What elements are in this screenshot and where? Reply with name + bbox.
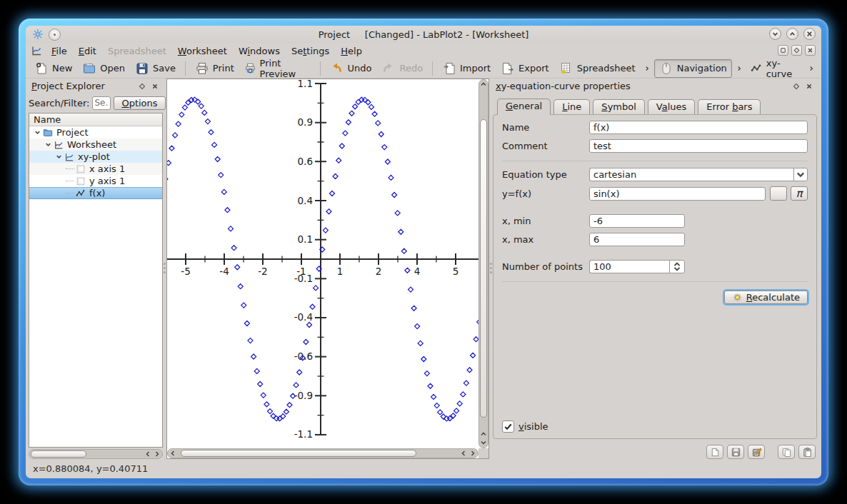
equation-type-dropdown[interactable] [589,168,808,181]
comment-field[interactable] [589,139,808,153]
expander-chevron-icon[interactable] [34,128,41,136]
menu-items: FileEditSpreadsheetWorksheetWindowsSetti… [46,45,368,57]
worksheet-vscrollbar[interactable] [478,79,488,448]
mdi-close-button[interactable] [805,45,816,56]
scrollbar-thumb[interactable] [480,119,487,418]
xmax-field[interactable] [589,233,685,246]
scroll-left-arrow-2[interactable] [459,449,468,458]
open-button[interactable]: Open [78,60,129,77]
npoints-stepper[interactable] [589,260,685,273]
toolbar-separator [432,61,433,76]
expander-chevron-icon[interactable] [44,141,52,148]
menu-help[interactable]: Help [335,45,368,57]
maximize-button[interactable] [786,28,798,40]
print-button[interactable]: Print [191,60,239,77]
recalculate-button[interactable]: Recalculate [724,291,808,304]
navigation-button[interactable]: Navigation [654,59,732,78]
tab-line[interactable]: Line [553,99,590,114]
scrollbar-thumb[interactable] [181,450,416,457]
toolbar-overflow-chevron-icon[interactable] [808,63,815,74]
new-button[interactable]: New [30,60,76,77]
search-filter-input[interactable] [92,96,111,110]
menu-settings[interactable]: Settings [286,45,335,57]
fx-expression-field[interactable] [589,187,766,201]
scroll-up-arrow[interactable] [479,80,488,89]
dock-close-icon[interactable] [804,81,814,91]
tree-item-xy-plot[interactable]: xy-plot [29,151,162,163]
tab-symbol[interactable]: Symbol [593,99,644,114]
mdi-float-button[interactable] [791,45,802,56]
window-menu-button[interactable] [49,29,61,41]
scroll-right-arrow[interactable] [468,449,477,458]
tree-item-y-axis-1[interactable]: y axis 1 [29,175,162,187]
export-button[interactable]: Export [496,60,553,77]
tree-item-project[interactable]: Project [29,126,162,138]
plot-canvas[interactable]: -5-4-2-112451.10.90.60.40.1-0.1-0.4-0.6-… [167,79,478,448]
tree-item-f-x-[interactable]: f(x) [29,187,162,199]
worksheet-doc-icon [30,45,43,56]
properties-dock: xy-equation-curve properties GeneralLine… [493,79,818,459]
scroll-left-arrow[interactable] [144,450,152,458]
scrollbar-thumb[interactable] [31,450,86,458]
toolbar-button-label: Spreadsheet [577,63,636,74]
menu-edit[interactable]: Edit [73,45,102,57]
tab-error-bars[interactable]: Error bars [698,99,761,114]
minimize-button[interactable] [769,28,781,40]
copy-button[interactable] [778,445,795,459]
menu-windows[interactable]: Windows [233,45,286,57]
save-button[interactable]: Save [131,60,180,77]
tree-item-label: xy-plot [78,151,110,162]
paste-button[interactable] [798,445,816,459]
save-edit-button[interactable] [748,445,765,459]
insert-constant-button[interactable]: π [791,186,808,201]
tree-item-worksheet[interactable]: Worksheet [29,138,162,151]
toolbar-button-label: New [52,63,72,74]
expander-chevron-icon[interactable] [55,153,63,161]
svg-text:0.9: 0.9 [298,116,313,128]
import-button[interactable]: Import [438,60,495,77]
menubar: FileEditSpreadsheetWorksheetWindowsSetti… [26,43,821,59]
menu-file[interactable]: File [46,45,73,57]
titlebar[interactable]: Project [Changed] - LabPlot2 - [Workshee… [26,26,821,43]
tab-general[interactable]: General [497,99,551,115]
tree-item-x-axis-1[interactable]: x axis 1 [29,163,162,175]
insert-function-button[interactable] [770,186,787,201]
scroll-down-arrow[interactable] [479,438,488,447]
toolbar-overflow-chevron-icon[interactable] [736,63,743,74]
undo-button[interactable]: Undo [325,60,376,77]
scroll-up-arrow-2[interactable] [479,430,488,438]
save-template-button[interactable] [727,445,744,459]
sin-curve-plot[interactable]: -5-4-2-112451.10.90.60.40.1-0.1-0.4-0.6-… [167,79,478,448]
comment-label: Comment [502,141,589,151]
toolbar-overflow-chevron-icon[interactable] [643,63,651,74]
menu-spreadsheet[interactable]: Spreadsheet [102,45,172,57]
visible-checkbox[interactable] [502,420,514,433]
explorer-hscrollbar[interactable] [29,449,163,459]
dock-float-icon[interactable] [137,81,147,91]
tree-item-label: y axis 1 [89,176,125,186]
options-button[interactable]: Options [114,96,165,110]
print-preview-button[interactable]: Print Preview [240,56,315,81]
npoints-field[interactable] [589,260,669,273]
equation-type-value[interactable] [589,168,793,181]
axis-icon [75,164,86,174]
cursor-position-text: x=0.880084, y=0.40711 [33,463,148,474]
tab-values[interactable]: Values [648,99,695,114]
dock-float-icon[interactable] [791,81,801,91]
spin-arrows-icon[interactable] [669,260,685,273]
xy-curve-button[interactable]: xy-curve [746,56,804,81]
menu-worksheet[interactable]: Worksheet [172,45,233,57]
spreadsheet-button[interactable]: Spreadsheet [555,60,640,77]
worksheet-hscrollbar[interactable] [167,448,478,458]
scroll-left-arrow[interactable] [169,449,177,458]
mdi-restore-button[interactable] [778,45,788,56]
name-field[interactable] [589,121,808,134]
load-template-button[interactable] [706,445,723,459]
right-splitter[interactable] [489,79,493,459]
xmin-field[interactable] [589,214,685,228]
chevron-down-icon[interactable] [793,168,808,181]
redo-button[interactable]: Redo [377,60,427,77]
close-button[interactable] [803,28,816,40]
scroll-right-arrow[interactable] [153,450,161,458]
dock-close-icon[interactable] [150,81,160,91]
